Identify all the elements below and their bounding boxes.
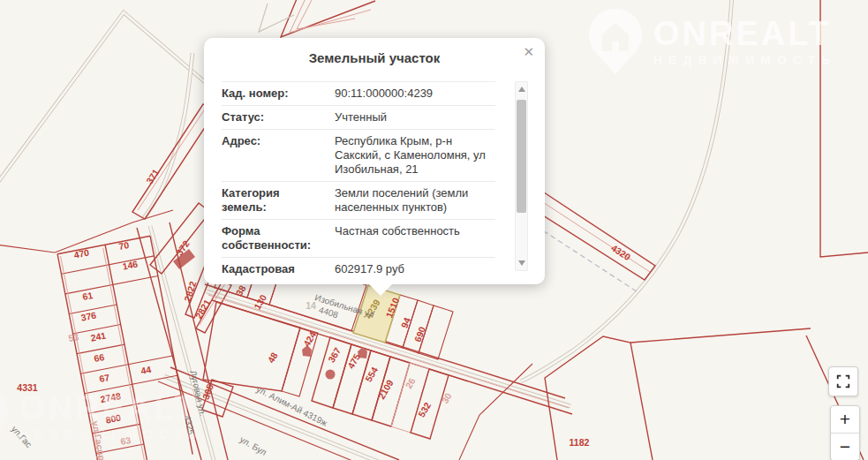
map-label-48: 48: [265, 351, 279, 365]
map-label-4331: 4331: [17, 382, 38, 393]
map-label-532: 532: [416, 400, 433, 419]
map-label-53: 53: [67, 331, 79, 343]
info-row-value: Земли поселений (земли населенных пункто…: [326, 186, 495, 215]
info-row-label: Кад. номер:: [222, 87, 326, 101]
scroll-down-arrow-icon[interactable]: [518, 260, 525, 266]
scroll-up-arrow-icon[interactable]: [518, 87, 525, 92]
map-label-66: 66: [93, 351, 105, 364]
info-row-value: Республика Крым, р-н Сакский, с Каменоло…: [326, 134, 495, 177]
info-row: Кадастровая стоимость:602917.9 руб: [222, 257, 495, 279]
map-label-241: 241: [89, 329, 107, 343]
map-label-470: 470: [72, 246, 90, 260]
map-label-70: 70: [117, 239, 130, 252]
map-label-371: 371: [144, 167, 162, 185]
close-icon[interactable]: ✕: [523, 45, 534, 58]
info-row-value: Учтенный: [326, 110, 495, 124]
map-label-146: 146: [121, 258, 139, 271]
map-label-800: 800: [104, 411, 122, 425]
map-label-38: 38: [233, 283, 247, 298]
info-row-label: Статус:: [222, 110, 326, 124]
zoom-control: + −: [830, 405, 860, 460]
plot-outline-chevron: [259, 0, 375, 37]
scrollbar-thumb[interactable]: [517, 100, 526, 213]
map-label-30: 30: [439, 391, 453, 405]
map-label-4325: 4325: [183, 414, 197, 436]
info-row-value: Частная собственность: [326, 224, 495, 253]
info-row: Кад. номер:90:11:000000:4239: [222, 81, 495, 105]
plot-info-popup: ✕ Земельный участок Кад. номер:90:11:000…: [204, 38, 545, 284]
info-row: Категория земель:Земли поселений (земли …: [222, 181, 495, 219]
info-row: Форма собственности:Частная собственност…: [222, 219, 495, 257]
map-label-ул.Гас: ул.Гас: [10, 424, 34, 449]
info-row: Статус:Учтенный: [222, 105, 495, 129]
info-row-label: Адрес:: [222, 134, 326, 177]
map-viewport: 4707014661376532416667442748800634331371…: [0, 0, 868, 460]
map-label-1182: 1182: [570, 437, 590, 448]
map-label-63: 63: [119, 434, 132, 447]
map-label-367: 367: [326, 345, 343, 364]
plot-attributes-table: Кад. номер:90:11:000000:4239Статус:Учтен…: [222, 81, 495, 279]
info-row-value: 602917.9 руб: [326, 262, 495, 279]
map-label-44: 44: [140, 364, 152, 376]
info-row: Адрес:Республика Крым, р-н Сакский, с Ка…: [222, 129, 495, 181]
zoom-in-button[interactable]: +: [831, 406, 859, 434]
popup-title: Земельный участок: [204, 50, 545, 65]
info-row-value: 90:11:000000:4239: [326, 87, 495, 101]
popup-pointer: [368, 283, 393, 296]
info-row-label: Кадастровая стоимость:: [222, 262, 326, 279]
map-label-61: 61: [81, 290, 94, 302]
popup-scrollbar[interactable]: [515, 81, 528, 271]
map-label-2109: 2109: [375, 378, 395, 401]
zoom-out-button[interactable]: −: [831, 434, 859, 460]
info-row-label: Категория земель:: [222, 186, 326, 215]
plot-4320-strip: [526, 189, 655, 280]
map-label-ул.-Бул: ул. Бул: [238, 434, 268, 457]
building-circle-icon: [326, 370, 336, 380]
map-label-ул-Гаспр: ул Гаспр: [90, 420, 108, 460]
fullscreen-button[interactable]: [828, 366, 858, 396]
fullscreen-icon: [835, 373, 851, 389]
map-label-2748: 2748: [100, 390, 122, 404]
map-label-94: 94: [399, 316, 413, 329]
info-row-label: Форма собственности:: [222, 224, 326, 253]
map-label-690: 690: [411, 325, 427, 343]
map-label-67: 67: [98, 372, 110, 384]
map-label-376: 376: [79, 309, 97, 322]
